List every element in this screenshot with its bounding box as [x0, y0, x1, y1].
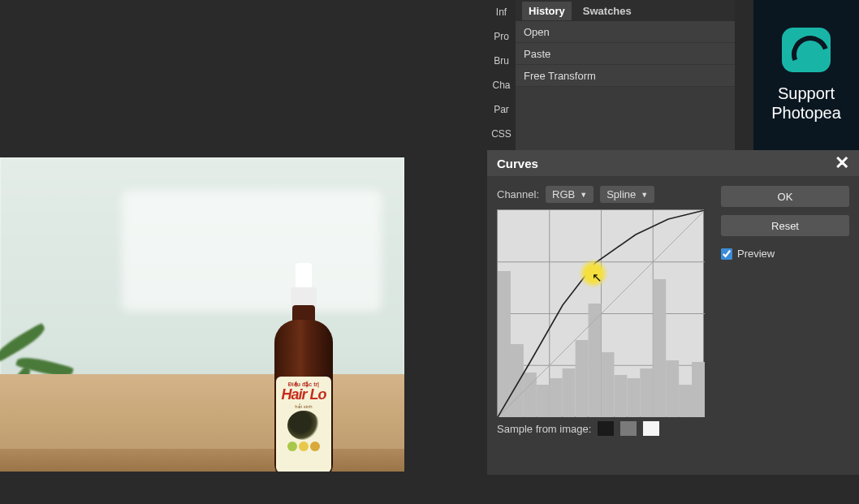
svg-rect-15	[614, 375, 627, 417]
canvas-image[interactable]: Điều đặc trị Hair Lo hồi sinh	[0, 157, 404, 472]
preview-checkbox[interactable]: Preview	[721, 248, 849, 260]
svg-rect-16	[627, 378, 640, 417]
reset-button[interactable]: Reset	[721, 215, 849, 236]
curves-dialog: Curves ✕ Channel: RGB▼ Spline▼ ↖	[487, 150, 859, 475]
svg-rect-18	[653, 279, 666, 417]
vtab-css[interactable]: CSS	[487, 122, 516, 146]
vtab-inf[interactable]: Inf	[487, 0, 516, 24]
dialog-title: Curves	[497, 157, 538, 170]
svg-rect-11	[563, 368, 576, 417]
sample-white-swatch[interactable]	[643, 421, 659, 436]
sample-black-swatch[interactable]	[598, 421, 614, 436]
svg-rect-12	[576, 340, 589, 417]
sample-gray-swatch[interactable]	[620, 421, 637, 436]
history-item-open[interactable]: Open	[516, 21, 735, 43]
channel-label: Channel:	[497, 188, 539, 200]
svg-rect-9	[537, 385, 550, 417]
svg-rect-14	[602, 352, 615, 417]
history-panel: History Swatches Open Paste Free Transfo…	[516, 0, 735, 150]
preview-checkbox-input[interactable]	[721, 248, 732, 260]
tab-swatches[interactable]: Swatches	[576, 2, 638, 20]
chevron-down-icon: ▼	[641, 191, 648, 199]
vtab-bru[interactable]: Bru	[487, 49, 516, 73]
promo-label: SupportPhotopea	[771, 84, 841, 123]
photopea-logo-icon	[782, 28, 831, 72]
svg-rect-10	[550, 378, 563, 417]
svg-rect-20	[679, 385, 692, 417]
product-sub: hồi sinh	[295, 403, 312, 409]
svg-rect-21	[692, 362, 705, 417]
spline-dropdown[interactable]: Spline▼	[600, 186, 654, 203]
vtab-cha[interactable]: Cha	[487, 73, 516, 97]
svg-rect-7	[511, 344, 524, 417]
product-bottle: Điều đặc trị Hair Lo hồi sinh	[266, 263, 341, 472]
curves-graph[interactable]: ↖	[497, 209, 704, 416]
channel-dropdown[interactable]: RGB▼	[546, 186, 594, 203]
sample-label: Sample from image:	[497, 423, 591, 435]
close-icon[interactable]: ✕	[835, 153, 849, 174]
promo-box[interactable]: SupportPhotopea	[753, 0, 859, 150]
vtab-par[interactable]: Par	[487, 97, 516, 122]
svg-rect-6	[498, 271, 511, 417]
chevron-down-icon: ▼	[580, 191, 587, 199]
svg-rect-8	[524, 373, 537, 417]
right-vertical-tabs: Inf Pro Bru Cha Par CSS	[487, 0, 516, 146]
svg-rect-19	[666, 360, 679, 417]
svg-rect-17	[640, 368, 653, 417]
history-item-paste[interactable]: Paste	[516, 43, 735, 65]
product-name: Hair Lo	[281, 386, 326, 403]
canvas-area: Điều đặc trị Hair Lo hồi sinh	[0, 0, 487, 504]
vtab-pro[interactable]: Pro	[487, 24, 516, 49]
ok-button[interactable]: OK	[721, 186, 849, 207]
history-item-free-transform[interactable]: Free Transform	[516, 65, 735, 87]
tab-history[interactable]: History	[522, 2, 572, 20]
